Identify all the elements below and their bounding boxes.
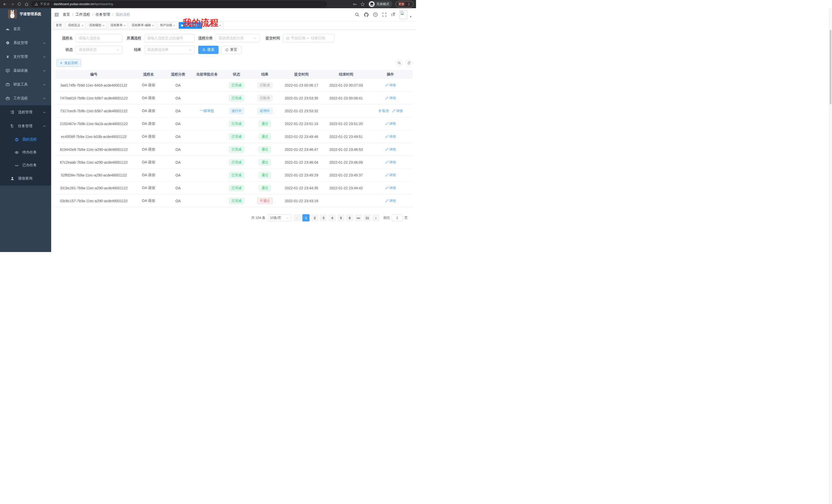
tab-label: 用户分组: [160, 23, 172, 27]
tab-首页[interactable]: 首页: [53, 22, 64, 29]
avatar-caret-icon[interactable]: ▼: [410, 16, 412, 18]
bookmark-star-icon[interactable]: [360, 2, 365, 6]
chevron-up-icon: [43, 97, 46, 100]
column-header: 结果: [251, 72, 279, 77]
browser-reload-icon[interactable]: [17, 2, 22, 6]
user-avatar[interactable]: [399, 10, 407, 19]
detail-action-link[interactable]: 详情: [385, 121, 396, 126]
cell-id: 819442e8-7b9a-11ec-a290-acde48001122: [55, 147, 132, 151]
sidebar-item-待办任务[interactable]: 待办任务: [0, 146, 51, 159]
browser-back-icon[interactable]: [3, 2, 7, 6]
page-button-4[interactable]: 4: [329, 214, 336, 221]
sidebar-item-我的流程[interactable]: 我的流程: [0, 133, 51, 146]
page-url[interactable]: dashboard.yudao.iocoder.cn/bpm/task/my: [54, 2, 113, 6]
goto-page-input[interactable]: 1: [392, 214, 402, 221]
page-size-select[interactable]: 10条/页: [268, 214, 291, 221]
browser-forward-icon[interactable]: [10, 2, 15, 6]
date-range-picker[interactable]: 开始日期 - 结束日期: [283, 34, 335, 43]
sidebar-item-基础设施[interactable]: 基础设施: [0, 64, 51, 78]
prev-page-button[interactable]: ‹: [294, 214, 301, 221]
breadcrumb-item: 我的流程: [116, 12, 130, 17]
toolbox-icon: [6, 82, 10, 87]
breadcrumb-item[interactable]: 任务管理: [96, 12, 110, 17]
detail-action-link[interactable]: 详情: [385, 83, 396, 88]
cell-category: OA: [164, 173, 191, 177]
result-select[interactable]: 请选择流结果: [144, 46, 194, 54]
reset-button[interactable]: 重置: [221, 46, 241, 54]
search-button[interactable]: 搜索: [198, 46, 218, 54]
cell-process-name: OA 请假: [132, 109, 164, 113]
next-page-button[interactable]: ›: [372, 214, 380, 221]
app-logo[interactable]: 芋道管理系统: [0, 8, 51, 20]
gear-icon: [6, 41, 10, 45]
detail-action-link[interactable]: 详情: [385, 134, 396, 139]
result-badge: 通过: [259, 121, 271, 127]
breadcrumb-item[interactable]: 首页: [63, 12, 70, 17]
page-button-1[interactable]: 1: [302, 214, 310, 221]
detail-action-link[interactable]: 详情: [385, 147, 396, 152]
detail-action-link[interactable]: 详情: [392, 109, 403, 113]
detail-action-link[interactable]: 详情: [385, 199, 396, 203]
url-path: /bpm/task/my: [94, 2, 113, 6]
sidebar-item-系统管理[interactable]: 系统管理: [0, 36, 51, 50]
sidebar-item-请假查询[interactable]: 请假查询: [0, 172, 51, 186]
category-select[interactable]: 请选择流程分类: [216, 34, 259, 43]
url-bar[interactable]: 不安全 dashboard.yudao.iocoder.cn/bpm/task/…: [31, 1, 327, 7]
not-secure-warning-icon[interactable]: [34, 2, 38, 6]
create-process-button[interactable]: 发起流程: [56, 59, 81, 67]
security-label[interactable]: 不安全: [40, 2, 50, 6]
toggle-search-button[interactable]: [396, 60, 402, 66]
page-button-2[interactable]: 2: [311, 214, 318, 221]
cancel-action-link[interactable]: 取消: [378, 109, 389, 113]
result-badge: 通过: [259, 172, 271, 178]
detail-action-link[interactable]: 详情: [385, 160, 396, 165]
sidebar-item-已办任务[interactable]: 已办任务: [0, 159, 51, 172]
tab-用户分组[interactable]: 用户分组×: [158, 22, 177, 29]
tab-流程定义[interactable]: 流程定义×: [66, 22, 85, 29]
browser-home-icon[interactable]: [24, 2, 29, 6]
incognito-icon: [369, 1, 374, 7]
page-button-5[interactable]: 5: [337, 214, 344, 221]
pager-ellipsis[interactable]: •••: [355, 214, 362, 221]
sidebar-item-研发工具[interactable]: 研发工具: [0, 78, 51, 91]
github-icon[interactable]: [364, 12, 369, 17]
help-icon[interactable]: ?: [373, 12, 378, 17]
detail-action-link[interactable]: 详情: [385, 186, 396, 190]
close-icon[interactable]: ×: [124, 24, 126, 27]
column-header: 编号: [55, 72, 132, 77]
sidebar-collapse-icon[interactable]: [54, 12, 59, 17]
cell-submit-time: 2022-01-22 23:46:47: [279, 147, 324, 151]
close-icon[interactable]: ×: [219, 24, 221, 27]
breadcrumb-item[interactable]: 工作流程: [76, 12, 90, 17]
sidebar-item-任务管理[interactable]: 任务管理: [0, 119, 51, 133]
refresh-table-button[interactable]: [406, 60, 412, 66]
sidebar-item-支付管理[interactable]: ¥支付管理: [0, 50, 51, 64]
detail-action-link[interactable]: 详情: [385, 173, 396, 177]
close-icon[interactable]: ×: [103, 24, 104, 27]
password-key-icon[interactable]: [353, 2, 357, 6]
detail-action-link[interactable]: 详情: [385, 96, 396, 101]
close-icon[interactable]: ×: [174, 24, 175, 27]
fullscreen-icon[interactable]: [382, 12, 387, 17]
header-search-icon[interactable]: [355, 12, 359, 17]
close-icon[interactable]: ×: [152, 24, 154, 27]
parent-process-input[interactable]: 请输入流程定义的编号: [144, 34, 194, 43]
tab-流程模型[interactable]: 流程模型×: [87, 22, 106, 29]
update-button[interactable]: 更新 ⋮: [395, 1, 413, 7]
page-button-6[interactable]: 6: [346, 214, 353, 221]
sidebar-item-工作流程[interactable]: 工作流程: [0, 91, 51, 105]
process-name-input[interactable]: 请输入流程名: [76, 34, 122, 43]
sidebar-item-label: 已办任务: [22, 163, 37, 167]
sidebar-item-流程管理[interactable]: 流程管理: [0, 105, 51, 119]
sidebar-item-首页[interactable]: 首页: [0, 22, 51, 36]
page-button-3[interactable]: 3: [320, 214, 327, 221]
tab-流程表单-编辑[interactable]: 流程表单-编辑×: [129, 22, 156, 29]
task-link[interactable]: 一级审批: [200, 109, 214, 113]
font-size-icon[interactable]: TT: [391, 12, 395, 17]
status-select[interactable]: 请选择状态: [76, 46, 122, 54]
browser-menu-dots-icon[interactable]: ⋮: [407, 3, 411, 6]
cell-id: 03c6c157-7b9a-11ec-a290-acde48001122: [55, 199, 132, 203]
close-icon[interactable]: ×: [81, 24, 83, 27]
tab-流程表单[interactable]: 流程表单×: [108, 22, 128, 29]
page-button-11[interactable]: 11: [364, 214, 371, 221]
